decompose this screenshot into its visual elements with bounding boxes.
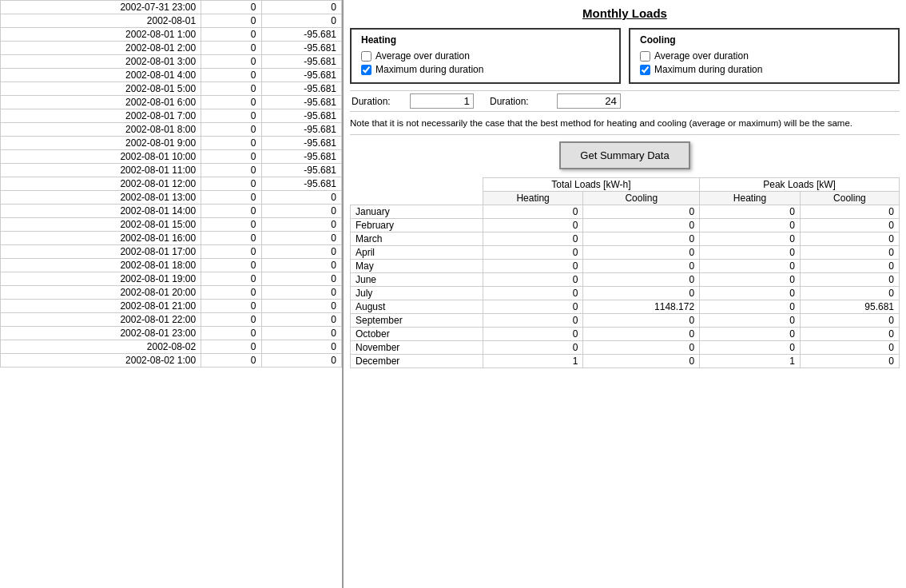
ph-heating: Heating: [700, 192, 801, 205]
date-cell: 2002-08-01 12:00: [1, 177, 201, 191]
col2-cell: 0: [201, 177, 261, 191]
total-cool: 0: [583, 355, 700, 368]
month-name: September: [351, 314, 483, 328]
heating-max-row: Maximum during duration: [361, 64, 610, 75]
peak-cool: 0: [800, 260, 899, 273]
col3-cell: -95.681: [261, 69, 341, 82]
table-row: 2002-08-01 4:00 0 -95.681: [1, 69, 342, 82]
duration-input-2[interactable]: [557, 93, 621, 109]
cooling-max-row: Maximum during duration: [640, 64, 888, 75]
table-row: 2002-08-01 0 0: [1, 14, 342, 28]
col3-cell: 0: [261, 218, 341, 232]
peak-loads-header: Peak Loads [kW]: [700, 178, 900, 192]
col3-cell: 0: [261, 272, 341, 286]
total-heat: 0: [483, 246, 583, 260]
total-heat: 0: [483, 273, 583, 287]
total-heat: 0: [483, 232, 583, 246]
list-item: October 0 0 0 0: [351, 328, 900, 341]
month-name: January: [351, 205, 483, 219]
col2-cell: 0: [201, 28, 261, 42]
col2-cell: 0: [201, 82, 261, 96]
col2-cell: 0: [201, 42, 261, 55]
table-row: 2002-08-01 9:00 0 -95.681: [1, 137, 342, 150]
peak-cool: 0: [800, 287, 899, 300]
col2-cell: 0: [201, 340, 261, 354]
total-heat: 0: [483, 314, 583, 328]
table-row: 2002-08-01 2:00 0 -95.681: [1, 42, 342, 55]
heating-avg-checkbox[interactable]: [361, 51, 372, 62]
col3-cell: 0: [261, 191, 341, 205]
header-row-2: Heating Cooling Heating Cooling: [351, 192, 900, 205]
peak-heat: 0: [700, 341, 801, 355]
col2-cell: 0: [201, 191, 261, 205]
col2-cell: 0: [201, 96, 261, 109]
total-cool: 0: [583, 232, 700, 246]
cooling-max-checkbox[interactable]: [640, 65, 650, 75]
cooling-avg-checkbox[interactable]: [640, 51, 650, 62]
col2-cell: 0: [201, 218, 261, 232]
col2-cell: 0: [201, 286, 261, 300]
total-heat: 0: [483, 300, 583, 314]
heating-title: Heating: [361, 34, 610, 46]
duration-row: Duration: Duration:: [350, 90, 900, 112]
date-cell: 2002-08-01 22:00: [1, 313, 201, 327]
date-cell: 2002-08-02: [1, 340, 201, 354]
note-text: Note that it is not necessarily the case…: [350, 117, 900, 135]
list-item: June 0 0 0 0: [351, 273, 900, 287]
total-heat: 0: [483, 219, 583, 232]
table-row: 2002-08-01 14:00 0 0: [1, 205, 342, 218]
cooling-box: Cooling Average over duration Maximum du…: [629, 28, 900, 84]
peak-cool: 0: [800, 205, 899, 219]
monthly-loads-table: Total Loads [kW-h] Peak Loads [kW] Heati…: [350, 177, 900, 368]
date-cell: 2002-08-01 23:00: [1, 327, 201, 340]
peak-cool: 0: [800, 219, 899, 232]
right-panel: Monthly Loads Heating Average over durat…: [344, 0, 906, 588]
duration-input-1[interactable]: [410, 93, 474, 109]
table-row: 2002-08-01 20:00 0 0: [1, 286, 342, 300]
get-summary-button[interactable]: Get Summary Data: [559, 141, 689, 169]
date-cell: 2002-08-01 2:00: [1, 42, 201, 55]
ph-cooling: Cooling: [800, 192, 899, 205]
month-name: July: [351, 287, 483, 300]
table-row: 2002-08-01 17:00 0 0: [1, 245, 342, 259]
table-row: 2002-08-01 7:00 0 -95.681: [1, 109, 342, 123]
col3-cell: 0: [261, 286, 341, 300]
total-cool: 0: [583, 273, 700, 287]
col3-cell: -95.681: [261, 28, 341, 42]
total-heat: 0: [483, 205, 583, 219]
date-cell: 2002-08-01 13:00: [1, 191, 201, 205]
total-cool: 0: [583, 260, 700, 273]
col3-cell: 0: [261, 354, 341, 368]
col2-cell: 0: [201, 69, 261, 82]
col3-cell: -95.681: [261, 42, 341, 55]
col2-cell: 0: [201, 232, 261, 245]
peak-cool: 0: [800, 355, 899, 368]
col2-cell: 0: [201, 123, 261, 137]
cooling-title: Cooling: [640, 34, 888, 46]
peak-cool: 0: [800, 314, 899, 328]
date-cell: 2002-08-01: [1, 14, 201, 28]
col2-cell: 0: [201, 150, 261, 164]
peak-cool: 0: [800, 341, 899, 355]
col3-cell: 0: [261, 205, 341, 218]
month-name: February: [351, 219, 483, 232]
empty-header: [351, 178, 483, 192]
table-row: 2002-07-31 23:00 0 0: [1, 1, 342, 14]
total-cool: 1148.172: [583, 300, 700, 314]
heating-max-checkbox[interactable]: [361, 65, 372, 75]
col2-cell: 0: [201, 164, 261, 177]
panel-title: Monthly Loads: [350, 6, 900, 20]
col3-cell: 0: [261, 300, 341, 313]
total-heat: 0: [483, 260, 583, 273]
cooling-avg-label: Average over duration: [654, 50, 749, 62]
date-cell: 2002-08-01 3:00: [1, 55, 201, 69]
peak-heat: 0: [700, 260, 801, 273]
peak-heat: 0: [700, 314, 801, 328]
col2-cell: 0: [201, 55, 261, 69]
col3-cell: -95.681: [261, 150, 341, 164]
date-cell: 2002-08-01 19:00: [1, 272, 201, 286]
peak-heat: 0: [700, 328, 801, 341]
total-loads-header: Total Loads [kW-h]: [483, 178, 699, 192]
table-row: 2002-08-01 11:00 0 -95.681: [1, 164, 342, 177]
col2-cell: 0: [201, 327, 261, 340]
